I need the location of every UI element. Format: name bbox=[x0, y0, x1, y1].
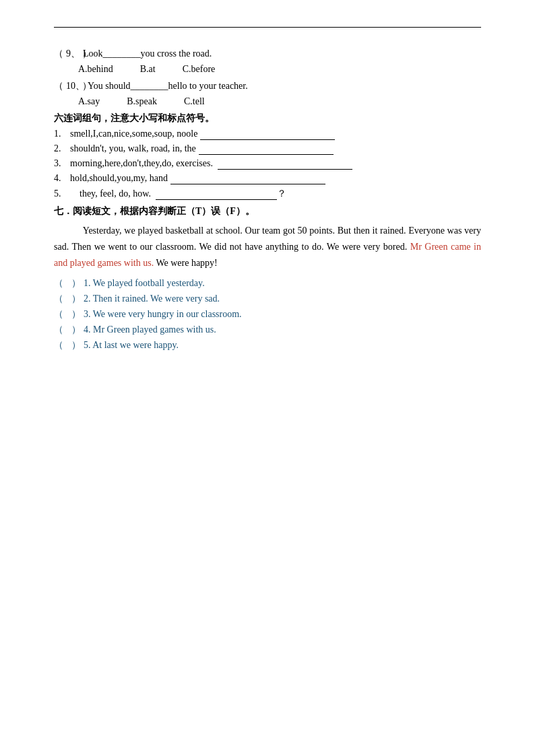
lian-item-3: 3. morning,here,don't,they,do, exercises… bbox=[54, 158, 481, 170]
r3-paren: （ bbox=[54, 308, 63, 320]
q10-paren: （ ） bbox=[54, 80, 66, 92]
r2-text: 2. Then it rained. We were very sad. bbox=[84, 294, 220, 304]
r4-paren: （ bbox=[54, 324, 63, 336]
lian-item-5: 5. they, feel, do, how. ？ bbox=[54, 188, 481, 200]
section-6-title: 六连词组句，注意大小写和标点符号。 bbox=[54, 112, 481, 125]
q9-option-a: A.behind bbox=[78, 64, 113, 75]
lian-underline-4 bbox=[170, 173, 325, 184]
lian-num-5: 5. bbox=[54, 188, 67, 199]
lian-text-5: they, feel, do, how. ？ bbox=[70, 188, 481, 200]
r5-rparen: ） bbox=[71, 339, 81, 351]
r4-text: 4. Mr Green played games with us. bbox=[84, 324, 216, 335]
r3-space bbox=[63, 309, 71, 320]
lian-text-1: smell,I,can,nice,some,soup, noole bbox=[70, 129, 481, 140]
lian-text-2: shouldn't, you, walk, road, in, the bbox=[70, 143, 481, 155]
lian-text-3: morning,here,don't,they,do, exercises. bbox=[70, 158, 481, 170]
q9-option-c: C.before bbox=[183, 64, 216, 75]
lian-num-4: 4. bbox=[54, 173, 67, 184]
lian-underline-1 bbox=[200, 129, 335, 140]
reading-highlight: Mr Green came in and played games with u… bbox=[54, 242, 481, 268]
q10-text: You should________hello to your teacher. bbox=[88, 81, 481, 92]
reading-passage: Yesterday, we played basketball at schoo… bbox=[54, 223, 481, 271]
r2-rparen: ） bbox=[71, 293, 81, 305]
q10-option-a: A.say bbox=[78, 96, 100, 107]
q10-options: A.say B.speak C.tell bbox=[78, 96, 481, 107]
q9-option-b: B.at bbox=[140, 64, 156, 75]
r3-rparen: ） bbox=[71, 308, 81, 320]
r5-paren: （ bbox=[54, 339, 63, 351]
lian-underline-5 bbox=[156, 188, 277, 200]
lian-num-1: 1. bbox=[54, 129, 67, 139]
lian-item-1: 1. smell,I,can,nice,some,soup, noole bbox=[54, 129, 481, 140]
q10-num: 10、 bbox=[66, 80, 85, 92]
r5-text: 5. At last we were happy. bbox=[84, 340, 179, 351]
question-10: （ ） 10、 You should________hello to your … bbox=[54, 80, 481, 92]
reading-item-1: （ ） 1. We played football yesterday. bbox=[54, 277, 481, 289]
q9-num: 9、 bbox=[66, 48, 80, 60]
reading-item-4: （ ） 4. Mr Green played games with us. bbox=[54, 324, 481, 336]
lian-item-4: 4. hold,should,you,my, hand bbox=[54, 173, 481, 184]
lian-underline-3 bbox=[218, 158, 352, 170]
r4-rparen: ） bbox=[71, 324, 81, 336]
lian-num-3: 3. bbox=[54, 158, 67, 169]
q9-text: Look________you cross the road. bbox=[83, 48, 481, 59]
reading-item-3: （ ） 3. We were very hungry in our classr… bbox=[54, 308, 481, 320]
r1-text: 1. We played football yesterday. bbox=[84, 278, 205, 289]
q9-options: A.behind B.at C.before bbox=[78, 64, 481, 75]
section-6: 六连词组句，注意大小写和标点符号。 1. smell,I,can,nice,so… bbox=[54, 112, 481, 200]
section-7-title: 七．阅读短文，根据内容判断正（T）误（F）。 bbox=[54, 205, 481, 217]
section-7: 七．阅读短文，根据内容判断正（T）误（F）。 Yesterday, we pla… bbox=[54, 205, 481, 351]
q10-option-c: C.tell bbox=[184, 96, 205, 107]
top-divider bbox=[54, 27, 481, 28]
r2-paren: （ bbox=[54, 293, 63, 305]
q9-paren: （ ） bbox=[54, 48, 66, 60]
lian-text-4: hold,should,you,my, hand bbox=[70, 173, 481, 184]
lian-item-2: 2. shouldn't, you, walk, road, in, the bbox=[54, 143, 481, 155]
q10-option-b: B.speak bbox=[127, 96, 157, 107]
lian-num-2: 2. bbox=[54, 143, 67, 154]
question-9: （ ） 9、 Look________you cross the road. bbox=[54, 48, 481, 60]
r2-space bbox=[63, 294, 71, 304]
r1-space bbox=[63, 278, 71, 289]
reading-item-2: （ ） 2. Then it rained. We were very sad. bbox=[54, 293, 481, 305]
r4-space bbox=[63, 324, 71, 335]
r5-space bbox=[63, 340, 71, 351]
r1-paren: （ bbox=[54, 277, 63, 289]
reading-item-5: （ ） 5. At last we were happy. bbox=[54, 339, 481, 351]
lian-underline-2 bbox=[199, 143, 334, 155]
r3-text: 3. We were very hungry in our classroom. bbox=[84, 309, 242, 320]
r1-rparen: ） bbox=[71, 277, 81, 289]
